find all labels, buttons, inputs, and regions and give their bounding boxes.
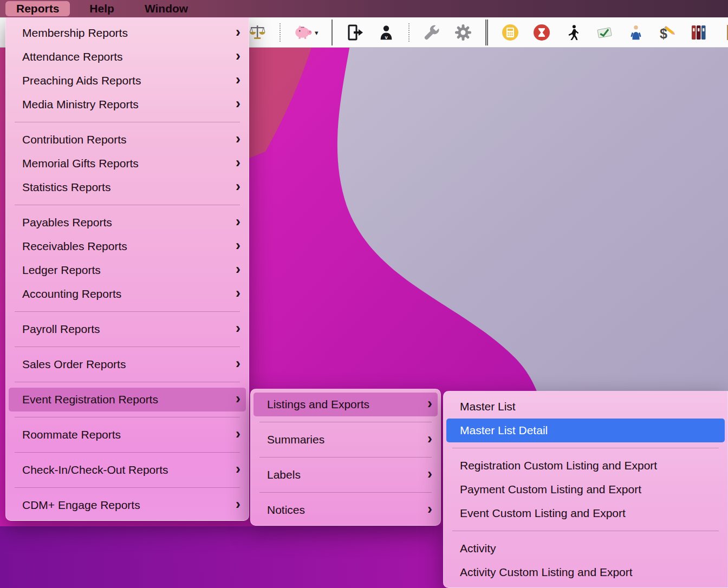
menu-item-event-registration-reports[interactable]: Event Registration Reports › [9,388,246,411]
menu-item-sales-order-reports[interactable]: Sales Order Reports › [9,352,246,376]
menu-separator [259,457,432,458]
money-pencil-icon[interactable]: $ [658,22,677,43]
menu-item-preaching-aids-reports[interactable]: Preaching Aids Reports › [9,69,246,93]
submenu-chevron-icon: › [236,262,240,277]
menu-separator [452,448,719,448]
menu-item-label: Roommate Reports [22,428,121,441]
menu-separator [15,122,240,122]
menu-item-label: Media Ministry Reports [22,98,139,111]
person-figure-icon[interactable] [627,22,645,43]
submenu-chevron-icon: › [236,321,240,336]
check-register-icon[interactable] [595,22,614,43]
menu-item-label: Summaries [267,433,324,446]
menu-item-registration-custom-listing-and-export[interactable]: Registration Custom Listing and Export [446,454,725,478]
menu-item-label: Payables Reports [22,216,112,229]
calculator-icon[interactable] [501,22,519,43]
walking-person-icon[interactable] [564,22,582,43]
menu-item-label: Check-In/Check-Out Reports [22,463,168,476]
toolbar-separator [408,23,410,42]
menu-item-label: Master List [460,400,516,413]
menubar-item-help[interactable]: Help [79,1,125,16]
menu-separator [15,487,240,488]
piggy-bank-button[interactable]: ▾ [294,23,318,42]
menu-item-cdm-engage-reports[interactable]: CDM+ Engage Reports › [9,493,246,517]
menu-item-label: Activity [460,542,496,555]
menu-bar: Reports Help Window [0,0,728,17]
menu-item-label: Memorial Gifts Reports [22,157,139,170]
menu-item-accounting-reports[interactable]: Accounting Reports › [9,282,246,306]
exit-door-icon[interactable] [346,22,364,43]
menu-item-label: Activity Custom Listing and Export [460,566,633,579]
piggy-bank-icon [294,23,313,42]
ledger-edge-icon[interactable] [721,22,728,43]
menu-item-attendance-reports[interactable]: Attendance Reports › [9,45,246,69]
menu-item-label: Registration Custom Listing and Export [460,459,657,472]
menu-item-master-list[interactable]: Master List [446,395,725,419]
submenu-chevron-icon: › [236,238,240,253]
menu-item-label: Event Custom Listing and Export [460,507,626,520]
submenu-chevron-icon: › [236,179,240,194]
menu-item-payables-reports[interactable]: Payables Reports › [9,211,246,234]
toolbar-separator [485,19,488,45]
wrench-icon[interactable] [422,22,441,43]
menu-item-contribution-reports[interactable]: Contribution Reports › [9,128,246,152]
menu-item-label: Receivables Reports [22,240,127,253]
scales-icon[interactable] [248,22,266,43]
menu-item-label: Payment Custom Listing and Export [460,483,641,496]
menu-item-statistics-reports[interactable]: Statistics Reports › [9,175,246,199]
menu-separator [259,422,432,422]
menu-item-listings-and-exports[interactable]: Listings and Exports › [253,393,438,416]
menu-separator [15,347,240,347]
menu-item-label: Event Registration Reports [22,393,158,406]
event-registration-submenu: Listings and Exports › Summaries › Label… [250,389,441,526]
submenu-chevron-icon: › [427,502,432,517]
submenu-chevron-icon: › [236,49,240,63]
submenu-chevron-icon: › [236,132,240,146]
menu-separator [15,382,240,382]
menu-item-media-ministry-reports[interactable]: Media Ministry Reports › [9,93,246,116]
menu-item-label: Membership Reports [22,27,128,40]
submenu-chevron-icon: › [236,214,240,229]
menu-separator [15,311,240,312]
menu-item-event-custom-listing-and-export[interactable]: Event Custom Listing and Export [446,501,725,525]
menu-separator [259,492,432,493]
menu-item-label: Sales Order Reports [22,358,126,371]
submenu-chevron-icon: › [236,497,240,512]
menu-item-activity[interactable]: Activity [446,537,725,560]
svg-text:v: v [385,35,388,40]
menu-item-receivables-reports[interactable]: Receivables Reports › [9,234,246,258]
gear-icon[interactable] [454,22,472,43]
menu-separator [452,531,719,531]
menu-item-master-list-detail[interactable]: Master List Detail [446,419,725,442]
submenu-chevron-icon: › [236,25,240,40]
menu-item-label: Listings and Exports [267,398,369,411]
menu-item-label: Payroll Reports [22,323,100,336]
submenu-chevron-icon: › [427,432,432,446]
menu-item-ledger-reports[interactable]: Ledger Reports › [9,258,246,282]
menu-item-summaries[interactable]: Summaries › [253,428,438,452]
menu-item-payroll-reports[interactable]: Payroll Reports › [9,317,246,341]
menubar-item-reports[interactable]: Reports [5,1,70,16]
menu-item-labels[interactable]: Labels › [253,463,438,487]
submenu-chevron-icon: › [236,73,240,87]
menu-item-memorial-gifts-reports[interactable]: Memorial Gifts Reports › [9,152,246,175]
menu-item-activity-custom-listing-and-export[interactable]: Activity Custom Listing and Export [446,560,725,584]
person-badge-icon[interactable]: v [377,22,395,43]
menubar-item-window[interactable]: Window [134,1,199,16]
menu-item-label: Preaching Aids Reports [22,74,141,87]
submenu-chevron-icon: › [236,155,240,170]
menu-item-label: CDM+ Engage Reports [22,499,140,512]
menu-item-roommate-reports[interactable]: Roommate Reports › [9,423,246,447]
dropdown-arrow-icon: ▾ [315,29,318,37]
listings-exports-submenu: Master List Master List Detail Registrat… [443,391,728,588]
menu-item-check-in-check-out-reports[interactable]: Check-In/Check-Out Reports › [9,458,246,482]
submenu-chevron-icon: › [236,96,240,111]
menu-item-membership-reports[interactable]: Membership Reports › [9,21,246,45]
binders-icon[interactable] [690,22,708,43]
submenu-chevron-icon: › [236,462,240,476]
hourglass-icon[interactable] [532,22,551,43]
menu-item-notices[interactable]: Notices › [253,498,438,522]
menu-item-payment-custom-listing-and-export[interactable]: Payment Custom Listing and Export [446,478,725,501]
menu-item-label: Notices [267,504,305,517]
menu-item-label: Statistics Reports [22,181,110,194]
